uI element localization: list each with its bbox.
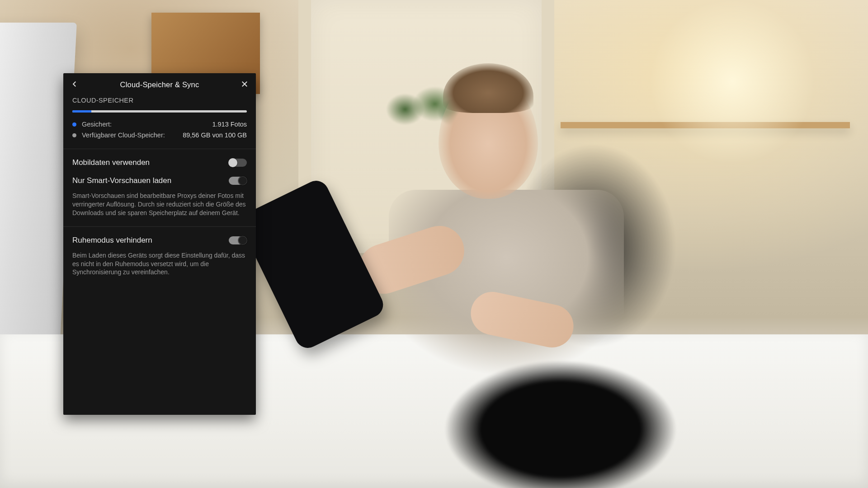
setting-title: Mobildaten verwenden [72, 158, 150, 167]
toggle-prevent-sleep[interactable] [229, 236, 247, 244]
cloud-sync-panel: Cloud-Speicher & Sync CLOUD-SPEICHER Ges… [63, 73, 256, 415]
setting-description: Beim Laden dieses Geräts sorgt diese Ein… [72, 251, 247, 277]
close-button[interactable] [233, 73, 256, 96]
setting-prevent-sleep: Ruhemodus verhindern Beim Laden dieses G… [63, 227, 256, 277]
close-icon [241, 80, 249, 89]
setting-mobile-data: Mobildaten verwenden [63, 149, 256, 167]
section-label-cloud-storage: CLOUD-SPEICHER [63, 97, 256, 104]
stat-row-available: Verfügbarer Cloud-Speicher: 89,56 GB von… [72, 131, 247, 139]
toggle-smart-previews[interactable] [229, 177, 247, 185]
stat-row-backed-up: Gesichert: 1.913 Fotos [72, 121, 247, 128]
setting-title: Nur Smart-Vorschauen laden [72, 176, 171, 185]
bg-camera [420, 357, 701, 488]
setting-smart-previews: Nur Smart-Vorschauen laden Smart-Vorscha… [63, 167, 256, 217]
setting-description: Smart-Vorschauen sind bearbeitbare Proxy… [72, 192, 247, 217]
panel-title: Cloud-Speicher & Sync [120, 80, 199, 89]
stat-value: 89,56 GB von 100 GB [183, 131, 247, 139]
setting-title: Ruhemodus verhindern [72, 236, 152, 245]
storage-bar-fill [72, 110, 91, 113]
storage-bar [72, 110, 247, 113]
storage-block: Gesichert: 1.913 Fotos Verfügbarer Cloud… [63, 110, 256, 139]
stat-value: 1.913 Fotos [212, 121, 247, 128]
bg-person [348, 63, 646, 407]
stat-label: Verfügbarer Cloud-Speicher: [82, 131, 165, 139]
stat-label: Gesichert: [82, 121, 112, 128]
dot-icon [72, 122, 76, 127]
toggle-mobile-data[interactable] [229, 159, 247, 167]
dot-icon [72, 133, 76, 137]
chevron-left-icon [71, 80, 79, 89]
panel-header: Cloud-Speicher & Sync [63, 73, 256, 96]
back-button[interactable] [63, 73, 86, 96]
